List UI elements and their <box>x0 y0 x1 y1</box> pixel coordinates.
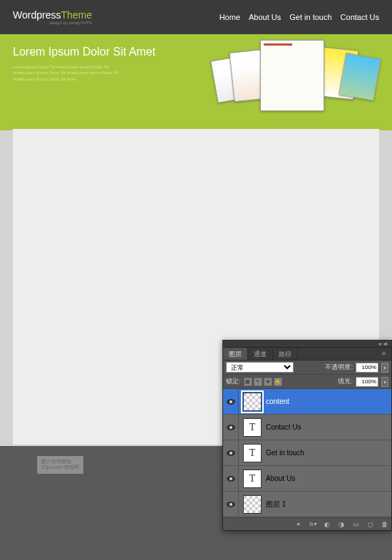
layer-name[interactable]: Contact Us <box>266 423 301 431</box>
adjust-icon[interactable]: ◑ <box>337 520 346 529</box>
layer-thumb-text[interactable]: T <box>243 444 262 462</box>
panel-menu-icon[interactable]: ≡ <box>376 348 391 360</box>
link-icon[interactable]: ⚭ <box>294 520 303 529</box>
eye-icon <box>227 425 235 430</box>
nav-contact-touch[interactable]: Get in touch <box>289 13 331 21</box>
tab-layers[interactable]: 图层 <box>223 348 248 360</box>
layer-name[interactable]: 图层 1 <box>266 499 286 509</box>
lock-all-icon[interactable]: 🔒 <box>274 378 282 386</box>
nav-about[interactable]: About Us <box>249 13 281 21</box>
nav-contact-us[interactable]: Contact Us <box>341 13 379 21</box>
visibility-toggle[interactable] <box>223 492 239 517</box>
site-header: WordpressTheme design by trendyTUTS Home… <box>0 0 392 34</box>
logo-text: WordpressTheme <box>13 9 92 21</box>
fill-label: 填充: <box>338 377 353 386</box>
eye-icon <box>227 450 235 456</box>
layers-list: content T Contact Us T Get in touch T Ab… <box>223 389 391 517</box>
layer-row[interactable]: T About Us <box>223 466 391 492</box>
eye-icon <box>227 502 235 507</box>
logo-word2: Theme <box>61 9 92 21</box>
layer-thumb[interactable] <box>243 393 262 411</box>
lock-position-icon[interactable]: ✥ <box>264 378 272 386</box>
layers-panel[interactable]: ◄◄ ✕ 图层 通道 路径 ≡ 正常 不透明度: ▸ 锁定: ▦ ✎ ✥ 🔒 填… <box>222 340 392 531</box>
new-icon[interactable]: ◻ <box>366 520 374 529</box>
visibility-toggle[interactable] <box>223 466 239 491</box>
eye-icon <box>227 476 235 482</box>
blend-mode-select[interactable]: 正常 <box>226 362 294 373</box>
fx-icon[interactable]: fx▾ <box>309 520 317 529</box>
close-icon[interactable]: ✕ <box>384 342 388 346</box>
opacity-input[interactable] <box>356 363 378 373</box>
opacity-slider-icon[interactable]: ▸ <box>381 363 388 373</box>
tab-channels[interactable]: 通道 <box>248 348 273 360</box>
layer-row[interactable]: 图层 1 <box>223 492 391 517</box>
hero-text: Lorem Ipsum Dolor Sit Amet Lorem Ipsum D… <box>13 46 155 119</box>
opacity-label: 不透明度: <box>325 363 353 372</box>
screenshot-thumb-main <box>260 40 324 111</box>
lock-row: 锁定: ▦ ✎ ✥ 🔒 填充: ▸ <box>223 375 391 389</box>
visibility-toggle[interactable] <box>223 389 239 414</box>
layer-row[interactable]: T Contact Us <box>223 415 391 440</box>
nav-home[interactable]: Home <box>220 13 240 21</box>
hero-banner: Lorem Ipsum Dolor Sit Amet Lorem Ipsum D… <box>0 34 392 130</box>
layer-thumb-text[interactable]: T <box>243 418 262 437</box>
hero-title: Lorem Ipsum Dolor Sit Amet <box>13 46 155 58</box>
hero-screenshots <box>214 40 385 125</box>
main-nav: Home About Us Get in touch Contact Us <box>220 13 379 21</box>
tab-paths[interactable]: 路径 <box>273 348 298 360</box>
lock-transparency-icon[interactable]: ▦ <box>244 378 252 386</box>
layer-thumb[interactable] <box>243 495 262 514</box>
panel-tabs: 图层 通道 路径 ≡ <box>223 348 391 361</box>
layer-name[interactable]: About Us <box>266 475 295 482</box>
panel-topbar: ◄◄ ✕ <box>223 341 391 348</box>
eye-icon <box>227 399 235 405</box>
panel-footer: ⚭ fx▾ ◐ ◑ ▭ ◻ 🗑 <box>223 517 391 530</box>
visibility-toggle[interactable] <box>223 415 239 440</box>
layer-row[interactable]: content <box>223 389 391 415</box>
hero-body: Lorem Ipsum Dolor Sit AmetLorem Ipsum Do… <box>13 64 155 82</box>
logo-subtitle: design by trendyTUTS <box>49 21 92 25</box>
logo: WordpressTheme design by trendyTUTS <box>13 9 92 25</box>
layer-name[interactable]: Get in touch <box>266 449 304 457</box>
screenshot-thumb <box>339 53 381 101</box>
trash-icon[interactable]: 🗑 <box>380 520 388 529</box>
watermark-line2: 23ps.com 教程网 <box>41 465 79 470</box>
lock-icons: ▦ ✎ ✥ 🔒 <box>244 378 282 386</box>
mask-icon[interactable]: ◐ <box>323 520 331 529</box>
watermark: 图片处理教程 23ps.com 教程网 <box>37 456 83 474</box>
layer-thumb-text[interactable]: T <box>243 470 262 488</box>
fill-slider-icon[interactable]: ▸ <box>381 377 388 387</box>
visibility-toggle[interactable] <box>223 440 239 465</box>
watermark-line1: 图片处理教程 <box>41 459 79 465</box>
blend-row: 正常 不透明度: ▸ <box>223 361 391 375</box>
lock-pixels-icon[interactable]: ✎ <box>254 378 262 386</box>
group-icon[interactable]: ▭ <box>351 520 360 529</box>
fill-input[interactable] <box>356 377 378 387</box>
collapse-icon[interactable]: ◄◄ <box>377 342 381 346</box>
lock-label: 锁定: <box>226 377 241 386</box>
layer-row[interactable]: T Get in touch <box>223 440 391 466</box>
logo-word1: Wordpress <box>13 9 61 21</box>
layer-name[interactable]: content <box>266 398 289 405</box>
